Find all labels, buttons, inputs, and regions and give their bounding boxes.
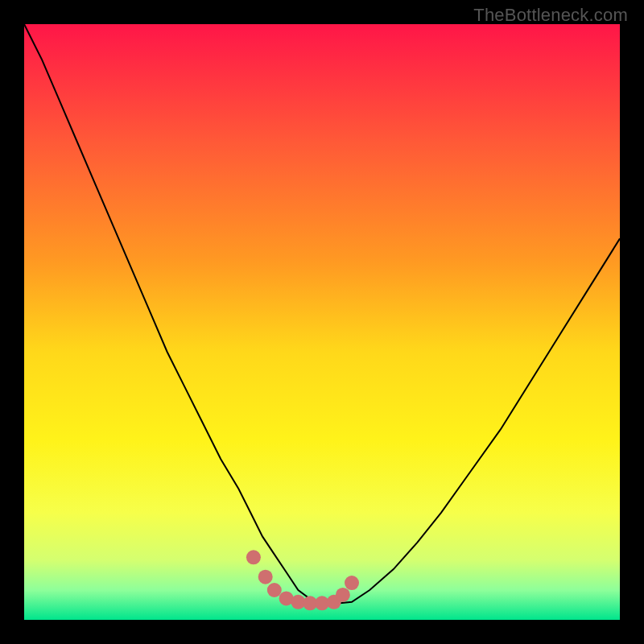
marker-dot [258,570,273,584]
marker-dot [246,550,261,564]
marker-dot [345,576,359,590]
bottleneck-chart [0,0,644,644]
plot-background [24,24,620,620]
marker-dot [267,583,282,597]
marker-dot [336,588,350,602]
chart-container: TheBottleneck.com [0,0,644,644]
watermark-text: TheBottleneck.com [473,5,628,26]
